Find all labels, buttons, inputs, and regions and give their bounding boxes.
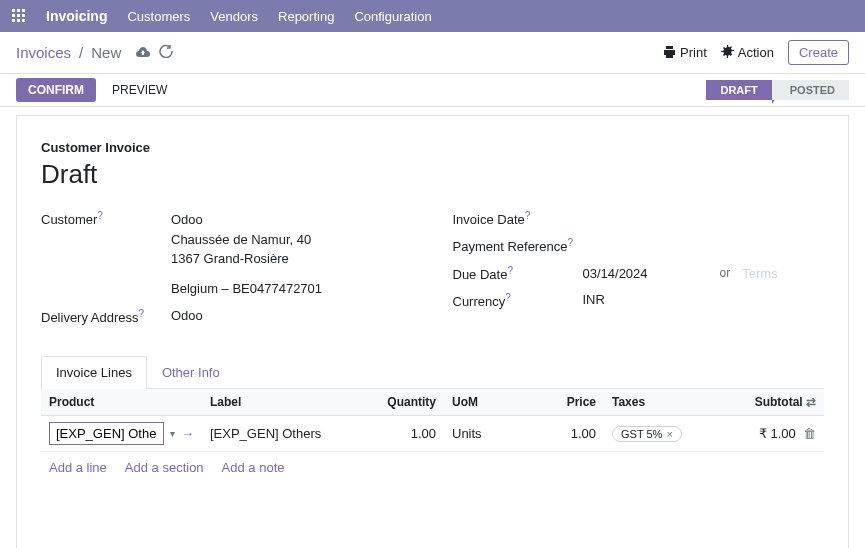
line-uom[interactable]: Units [444, 416, 534, 452]
printer-icon [663, 45, 676, 61]
delivery-value[interactable]: Odoo [171, 308, 413, 325]
product-input[interactable] [49, 422, 164, 445]
due-date-value[interactable]: 03/14/2024 [583, 266, 648, 281]
create-button[interactable]: Create [788, 40, 849, 65]
line-label[interactable]: [EXP_GEN] Others [202, 416, 374, 452]
print-button[interactable]: Print [663, 45, 707, 61]
preview-button[interactable]: PREVIEW [104, 78, 175, 102]
doc-subtitle: Customer Invoice [41, 140, 824, 155]
form-sheet: Customer Invoice Draft Customer? Odoo Ch… [16, 115, 849, 548]
chevron-down-icon[interactable]: ▾ [170, 428, 175, 439]
open-record-icon[interactable]: → [181, 426, 194, 441]
add-note-link[interactable]: Add a note [222, 460, 285, 475]
tax-tag[interactable]: GST 5% × [612, 426, 682, 442]
invoice-lines-table: Product Label Quantity UoM Price Taxes S… [41, 389, 824, 452]
payment-ref-label: Payment Reference? [453, 237, 603, 254]
col-product: Product [41, 389, 202, 416]
cloud-upload-icon[interactable] [135, 45, 151, 61]
svg-rect-0 [12, 9, 15, 12]
top-navbar: Invoicing Customers Vendors Reporting Co… [0, 0, 865, 32]
breadcrumb-current: New [91, 44, 121, 61]
gear-icon [721, 45, 734, 61]
invoice-date-value[interactable] [583, 210, 825, 227]
line-subtotal: ₹ 1.00 [759, 426, 796, 441]
discard-icon[interactable] [159, 44, 173, 61]
nav-customers[interactable]: Customers [127, 9, 190, 24]
breadcrumb-root[interactable]: Invoices [16, 44, 71, 61]
svg-rect-3 [12, 14, 15, 17]
confirm-button[interactable]: CONFIRM [16, 78, 96, 102]
customer-value[interactable]: Odoo Chaussée de Namur, 40 1367 Grand-Ro… [171, 210, 413, 298]
nav-configuration[interactable]: Configuration [354, 9, 431, 24]
add-section-link[interactable]: Add a section [125, 460, 204, 475]
payment-ref-value[interactable] [603, 237, 825, 254]
delivery-label: Delivery Address? [41, 308, 171, 325]
add-line-link[interactable]: Add a line [49, 460, 107, 475]
invoice-date-label: Invoice Date? [453, 210, 583, 227]
terms-placeholder[interactable]: Terms [742, 266, 777, 281]
help-icon[interactable]: ? [507, 265, 513, 276]
svg-rect-2 [22, 9, 25, 12]
action-button[interactable]: Action [721, 45, 774, 61]
svg-rect-4 [17, 14, 20, 17]
table-row: ▾ → [EXP_GEN] Others 1.00 Units 1.00 GST… [41, 416, 824, 452]
print-label: Print [680, 45, 707, 60]
control-panel: Invoices / New Print Action Create [0, 32, 865, 74]
nav-reporting[interactable]: Reporting [278, 9, 334, 24]
button-row: CONFIRM PREVIEW DRAFT POSTED [0, 74, 865, 107]
app-brand[interactable]: Invoicing [46, 8, 107, 24]
due-date-label: Due Date? [453, 265, 583, 282]
svg-rect-8 [22, 19, 25, 22]
help-icon[interactable]: ? [525, 210, 531, 221]
col-subtotal: Subtotal ⇄ [714, 389, 824, 416]
col-taxes: Taxes [604, 389, 714, 416]
svg-rect-7 [17, 19, 20, 22]
col-price: Price [534, 389, 604, 416]
currency-value[interactable]: INR [583, 292, 825, 309]
add-links: Add a line Add a section Add a note [41, 452, 824, 483]
or-text: or [720, 266, 731, 280]
tab-invoice-lines[interactable]: Invoice Lines [41, 356, 147, 389]
action-label: Action [738, 45, 774, 60]
status-draft[interactable]: DRAFT [706, 80, 771, 100]
currency-label: Currency? [453, 292, 583, 309]
svg-rect-1 [17, 9, 20, 12]
tax-label: GST 5% [621, 428, 662, 440]
help-icon[interactable]: ? [139, 308, 145, 319]
customer-label: Customer? [41, 210, 171, 298]
apps-icon[interactable] [12, 9, 26, 23]
totals: Untaxed Amount:₹ 1.00 SGST:₹ 0.03 CGST:₹… [634, 543, 824, 548]
col-uom: UoM [444, 389, 534, 416]
status-bar: DRAFT POSTED [706, 80, 849, 100]
remove-tax-icon[interactable]: × [666, 428, 672, 440]
svg-rect-5 [22, 14, 25, 17]
breadcrumb-sep: / [79, 44, 83, 61]
tabs: Invoice Lines Other Info [41, 355, 824, 389]
status-posted[interactable]: POSTED [772, 80, 849, 100]
svg-rect-6 [12, 19, 15, 22]
col-label: Label [202, 389, 374, 416]
doc-title: Draft [41, 159, 824, 190]
col-qty: Quantity [374, 389, 444, 416]
help-icon[interactable]: ? [97, 210, 103, 221]
breadcrumb: Invoices / New [16, 44, 173, 61]
swap-icon[interactable]: ⇄ [806, 395, 816, 409]
line-qty[interactable]: 1.00 [374, 416, 444, 452]
nav-vendors[interactable]: Vendors [210, 9, 258, 24]
trash-icon[interactable]: 🗑 [803, 426, 816, 441]
tab-other-info[interactable]: Other Info [147, 356, 235, 389]
help-icon[interactable]: ? [567, 237, 573, 248]
line-price[interactable]: 1.00 [534, 416, 604, 452]
help-icon[interactable]: ? [505, 292, 511, 303]
cp-actions: Print Action Create [663, 40, 849, 65]
